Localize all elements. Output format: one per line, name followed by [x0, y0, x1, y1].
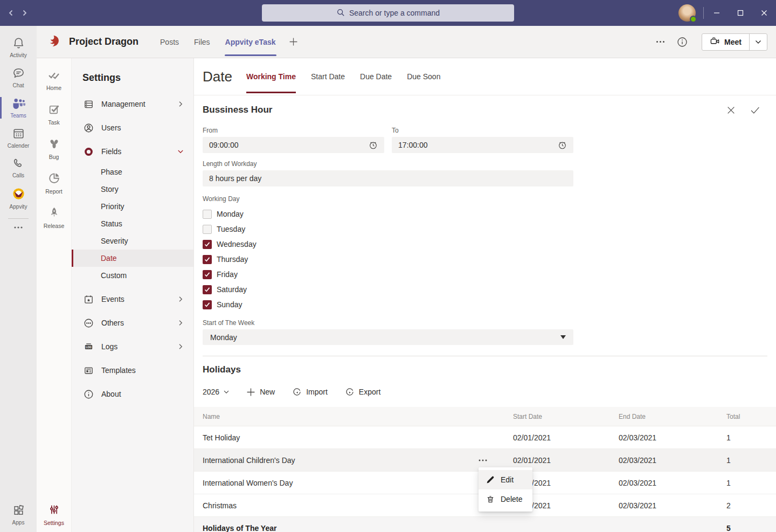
chevron-right-icon: [177, 296, 184, 302]
module-item-task[interactable]: Task: [37, 100, 71, 128]
nav-item-label: Others: [101, 319, 124, 327]
nav-subitem-severity[interactable]: Severity: [72, 232, 193, 250]
tab-start-date[interactable]: Start Date: [303, 58, 352, 95]
users-icon: [84, 123, 94, 133]
checkbox-friday[interactable]: [203, 270, 212, 279]
day-row-thursday: Thursday: [203, 252, 767, 267]
cancel-icon[interactable]: [726, 106, 736, 115]
context-menu-edit[interactable]: Edit: [479, 470, 532, 489]
tab-appvity-etask[interactable]: Appvity eTask: [218, 26, 283, 58]
nav-item-about[interactable]: About: [72, 382, 193, 406]
nav-subitem-custom[interactable]: Custom: [72, 267, 193, 284]
tab-files[interactable]: Files: [186, 26, 218, 58]
module-item-settings[interactable]: Settings: [37, 500, 71, 529]
nav-subitem-priority[interactable]: Priority: [72, 198, 193, 215]
rail-item-activity[interactable]: Activity: [0, 32, 37, 63]
nav-subitem-status[interactable]: Status: [72, 215, 193, 232]
nav-item-fields[interactable]: Fields: [72, 140, 193, 163]
rail-item-label: Activity: [10, 52, 27, 58]
page-title: Date: [203, 68, 232, 85]
tab-posts[interactable]: Posts: [153, 26, 186, 58]
add-tab-button[interactable]: [283, 37, 303, 46]
nav-item-logs[interactable]: LOG Logs: [72, 335, 193, 358]
to-time-input[interactable]: 17:00:00: [392, 137, 573, 153]
nav-item-others[interactable]: Others: [72, 311, 193, 335]
workday-length-input[interactable]: 8 hours per day: [203, 170, 573, 186]
clock-icon[interactable]: [369, 141, 378, 150]
meet-button[interactable]: Meet: [702, 33, 767, 51]
rail-item-calls[interactable]: Calls: [0, 153, 37, 183]
rail-item-calendar[interactable]: Calender: [0, 123, 37, 153]
table-row[interactable]: Tet Holiday 02/01/2021 02/03/2021 1: [194, 426, 776, 449]
task-icon: [47, 102, 61, 117]
nav-item-label: Events: [101, 295, 124, 303]
presence-available-icon: [690, 16, 697, 23]
rail-item-apps[interactable]: Apps: [0, 500, 37, 530]
week-start-label: Start of The Week: [203, 319, 573, 327]
rail-divider: [8, 218, 29, 219]
confirm-icon[interactable]: [750, 106, 760, 115]
chevron-right-icon: [177, 343, 184, 350]
about-icon: [84, 389, 94, 399]
nav-subitem-phase[interactable]: Phase: [72, 163, 193, 181]
to-label: To: [392, 127, 573, 134]
workday-length-label: Length of Workday: [203, 160, 573, 168]
module-item-report[interactable]: Report: [37, 169, 71, 197]
nav-item-templates[interactable]: Templates: [72, 358, 193, 382]
rail-item-appvity[interactable]: Appvity: [0, 183, 37, 214]
titlebar-divider: [703, 7, 704, 19]
settings-nav: Settings Management: [71, 58, 194, 532]
rail-item-chat[interactable]: Chat: [0, 63, 37, 93]
checkbox-saturday[interactable]: [203, 285, 212, 294]
back-icon[interactable]: [8, 9, 14, 17]
svg-text:LOG: LOG: [86, 346, 92, 348]
holidays-table: Name Start Date End Date Total Tet Holid…: [194, 407, 776, 532]
tab-working-time[interactable]: Working Time: [239, 58, 303, 95]
module-item-release[interactable]: Release: [37, 203, 71, 232]
context-menu-delete[interactable]: Delete: [479, 489, 532, 509]
export-icon: [345, 387, 355, 397]
rail-more-button[interactable]: [0, 222, 37, 233]
minimize-button[interactable]: [705, 0, 729, 26]
week-start-dropdown[interactable]: Monday: [203, 329, 573, 345]
rail-item-label: Apps: [12, 520, 25, 526]
apps-icon: [12, 503, 25, 518]
camera-icon: [710, 36, 720, 48]
info-icon[interactable]: [677, 37, 688, 47]
module-item-bug[interactable]: Bug: [37, 134, 71, 163]
checkbox-tuesday[interactable]: [203, 225, 212, 234]
close-button[interactable]: [752, 0, 776, 26]
checkbox-thursday[interactable]: [203, 255, 212, 264]
business-hour-title: Bussiness Hour: [203, 105, 272, 115]
checkbox-wednesday[interactable]: [203, 240, 212, 249]
more-options-icon[interactable]: [656, 40, 665, 43]
clock-icon[interactable]: [558, 141, 567, 150]
search-input[interactable]: Search or type a command: [262, 4, 514, 22]
export-button[interactable]: Export: [345, 387, 380, 397]
new-button[interactable]: New: [246, 388, 275, 397]
bug-icon: [47, 137, 61, 151]
nav-item-users[interactable]: Users: [72, 116, 193, 140]
meet-dropdown-button[interactable]: [750, 40, 767, 44]
from-time-input[interactable]: 09:00:00: [203, 137, 384, 153]
rail-item-label: Chat: [12, 82, 24, 88]
nav-item-events[interactable]: Events: [72, 287, 193, 311]
tab-due-soon[interactable]: Due Soon: [399, 58, 448, 95]
forward-icon[interactable]: [22, 9, 28, 17]
module-item-home[interactable]: Home: [37, 67, 71, 94]
nav-item-management[interactable]: Management: [72, 92, 193, 116]
rail-item-teams[interactable]: Teams: [0, 93, 37, 123]
nav-subitem-story[interactable]: Story: [72, 181, 193, 198]
import-button[interactable]: Import: [292, 387, 328, 397]
checkbox-monday[interactable]: [203, 210, 212, 219]
tab-due-date[interactable]: Due Date: [352, 58, 399, 95]
maximize-button[interactable]: [729, 0, 752, 26]
year-dropdown[interactable]: 2026: [203, 388, 229, 396]
row-more-icon[interactable]: [479, 459, 487, 461]
avatar[interactable]: [678, 4, 696, 22]
nav-subitem-date[interactable]: Date: [72, 250, 193, 267]
checkbox-sunday[interactable]: [203, 300, 212, 309]
day-row-tuesday: Tuesday: [203, 222, 767, 237]
chevron-down-icon: [224, 390, 229, 394]
teams-app-rail: Activity Chat Teams Calender: [0, 26, 37, 532]
